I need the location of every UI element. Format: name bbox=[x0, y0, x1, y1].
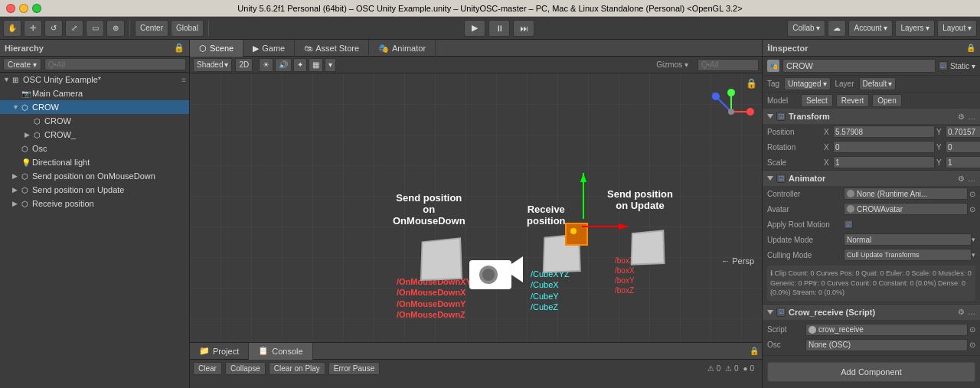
fx-icon-btn[interactable]: ✦ bbox=[293, 58, 307, 72]
global-button[interactable]: Global bbox=[171, 20, 204, 37]
gizmos-dropdown[interactable]: Gizmos ▾ bbox=[656, 60, 688, 69]
animator-settings-icon[interactable]: ⚙ bbox=[958, 174, 965, 183]
hierarchy-item-send-mouse[interactable]: ▶ ⬡ Send position on OnMouseDown bbox=[0, 169, 189, 183]
hierarchy-item-root[interactable]: ▼ ⊞ OSC Unity Example* ≡ bbox=[0, 73, 189, 86]
pos-y-input[interactable] bbox=[946, 126, 980, 138]
hierarchy-item-camera[interactable]: 📷 Main Camera bbox=[0, 86, 189, 100]
step-button[interactable]: ⏭ bbox=[513, 20, 534, 37]
clear-button[interactable]: Clear bbox=[193, 362, 222, 375]
hierarchy-item-crow[interactable]: ▼ ⬡ CROW bbox=[0, 100, 189, 114]
crow-receive-header[interactable]: ☑ Crow_receive (Script) ⚙ … bbox=[763, 305, 980, 320]
gameobject-icon: ⬡ bbox=[21, 103, 32, 112]
script-more-icon[interactable]: … bbox=[968, 308, 975, 316]
clear-on-play-button[interactable]: Clear on Play bbox=[269, 362, 325, 375]
cloud-button[interactable]: ☁ bbox=[828, 20, 846, 37]
revert-button[interactable]: Revert bbox=[836, 94, 869, 107]
svg-marker-5 bbox=[580, 173, 586, 182]
close-button[interactable] bbox=[6, 4, 15, 13]
warning-icon-2: ⚠ 0 bbox=[725, 364, 738, 373]
update-mode-row: Update Mode Normal ▾ bbox=[763, 232, 980, 247]
select-button[interactable]: Select bbox=[801, 94, 833, 107]
tab-scene[interactable]: ⬡ Scene bbox=[190, 40, 243, 57]
scale-x-input[interactable] bbox=[833, 156, 935, 168]
window-controls[interactable] bbox=[6, 4, 41, 13]
title-bar: Unity 5.6.2f1 Personal (64bit) – OSC Uni… bbox=[0, 0, 980, 17]
rot-y-input[interactable] bbox=[946, 141, 980, 153]
move-tool-button[interactable]: ✛ bbox=[24, 20, 42, 37]
osc-dot-icon[interactable]: ⊙ bbox=[969, 341, 975, 349]
hierarchy-header: Hierarchy 🔒 bbox=[0, 40, 189, 57]
shading-dropdown[interactable]: Shaded ▾ bbox=[193, 58, 232, 72]
static-checkbox[interactable]: ☑ bbox=[939, 61, 948, 70]
rot-x-input[interactable] bbox=[833, 141, 935, 153]
arrow-icon: ▶ bbox=[12, 200, 21, 207]
tab-project[interactable]: 📁 Project bbox=[190, 343, 249, 360]
animator-enabled-checkbox[interactable]: ☑ bbox=[776, 174, 786, 183]
hierarchy-item-osc[interactable]: ⬡ Osc bbox=[0, 142, 189, 155]
transform-tool-button[interactable]: ⊕ bbox=[106, 20, 125, 37]
script-settings-icon[interactable]: ⚙ bbox=[958, 308, 965, 316]
play-button[interactable]: ▶ bbox=[464, 20, 485, 37]
hierarchy-item-receive[interactable]: ▶ ⬡ Receive position bbox=[0, 197, 189, 210]
camera-icon: 📷 bbox=[21, 90, 32, 98]
create-button[interactable]: Create ▾ bbox=[3, 58, 41, 70]
apply-root-checkbox[interactable]: ☑ bbox=[844, 220, 853, 229]
dimension-dropdown[interactable]: 2D bbox=[235, 58, 253, 72]
tag-dropdown[interactable]: Untagged ▾ bbox=[784, 77, 830, 90]
account-button[interactable]: Account ▾ bbox=[848, 20, 893, 37]
controller-dot-icon[interactable]: ⊙ bbox=[969, 190, 975, 198]
transform-enabled-checkbox[interactable]: ☑ bbox=[776, 112, 786, 121]
animator-icon: 🎭 bbox=[378, 44, 389, 54]
add-component-button[interactable]: Add Component bbox=[767, 362, 975, 382]
audio-icon-btn[interactable]: 🔊 bbox=[275, 58, 292, 72]
scale-tool-button[interactable]: ⤢ bbox=[65, 20, 83, 37]
transform-more-icon[interactable]: … bbox=[968, 112, 975, 121]
hierarchy-item-send-update[interactable]: ▶ ⬡ Send position on Update bbox=[0, 183, 189, 197]
open-button[interactable]: Open bbox=[872, 94, 901, 107]
collab-button[interactable]: Collab ▾ bbox=[787, 20, 825, 37]
more-options-btn[interactable]: ▾ bbox=[325, 58, 336, 72]
rotate-tool-button[interactable]: ↺ bbox=[44, 20, 63, 37]
tab-animator[interactable]: 🎭 Animator bbox=[369, 40, 436, 57]
overlay-icon-btn[interactable]: ▦ bbox=[309, 58, 323, 72]
hierarchy-search-bar: Create ▾ bbox=[0, 57, 189, 73]
hierarchy-search-input[interactable] bbox=[44, 58, 186, 70]
scene-viewport[interactable]: Send positiononOnMouseDown Receivepositi… bbox=[190, 73, 762, 342]
hierarchy-item-extra: ≡ bbox=[181, 76, 186, 84]
tab-game[interactable]: ▶ Game bbox=[243, 40, 295, 57]
arrow-icon: ▶ bbox=[12, 186, 21, 194]
pos-x-input[interactable] bbox=[833, 126, 935, 138]
hierarchy-item-crow-child[interactable]: ⬡ CROW bbox=[0, 114, 189, 128]
scene-search-input[interactable] bbox=[697, 59, 759, 71]
maximize-button[interactable] bbox=[32, 4, 41, 13]
script-enabled-checkbox[interactable]: ☑ bbox=[776, 308, 786, 317]
layer-dropdown[interactable]: Default ▾ bbox=[859, 77, 897, 90]
layout-button[interactable]: Layout ▾ bbox=[937, 20, 977, 37]
collapse-button[interactable]: Collapse bbox=[225, 362, 266, 375]
scale-y-input[interactable] bbox=[946, 156, 980, 168]
sun-icon-btn[interactable]: ☀ bbox=[259, 58, 273, 72]
tab-asset-store[interactable]: 🛍 Asset Store bbox=[295, 40, 369, 57]
animator-more-icon[interactable]: … bbox=[968, 174, 975, 183]
object-name-input[interactable] bbox=[782, 59, 936, 73]
scene-cube-3 bbox=[631, 230, 665, 265]
game-icon: ▶ bbox=[253, 44, 259, 54]
minimize-button[interactable] bbox=[19, 4, 28, 13]
tab-console[interactable]: 📋 Console bbox=[249, 343, 312, 360]
pause-button[interactable]: ⏸ bbox=[488, 20, 510, 37]
hierarchy-item-crow-[interactable]: ▶ ⬡ CROW_ bbox=[0, 128, 189, 142]
light-icon: 💡 bbox=[21, 158, 32, 167]
rect-tool-button[interactable]: ▭ bbox=[86, 20, 104, 37]
script-dot-icon[interactable]: ⊙ bbox=[969, 325, 975, 334]
error-pause-button[interactable]: Error Pause bbox=[328, 362, 380, 375]
center-button[interactable]: Center bbox=[135, 20, 168, 37]
avatar-dot-icon[interactable]: ⊙ bbox=[969, 205, 975, 214]
transform-settings-icon[interactable]: ⚙ bbox=[958, 112, 965, 121]
animator-header[interactable]: ☑ Animator ⚙ … bbox=[763, 171, 980, 186]
transform-header[interactable]: ☑ Transform ⚙ … bbox=[763, 109, 980, 124]
viewport-lock-icon[interactable]: 🔒 bbox=[746, 78, 757, 89]
tab-game-label: Game bbox=[262, 44, 285, 53]
layers-button[interactable]: Layers ▾ bbox=[895, 20, 935, 37]
hand-tool-button[interactable]: ✋ bbox=[3, 20, 21, 37]
hierarchy-item-dirlight[interactable]: 💡 Directional light bbox=[0, 155, 189, 169]
